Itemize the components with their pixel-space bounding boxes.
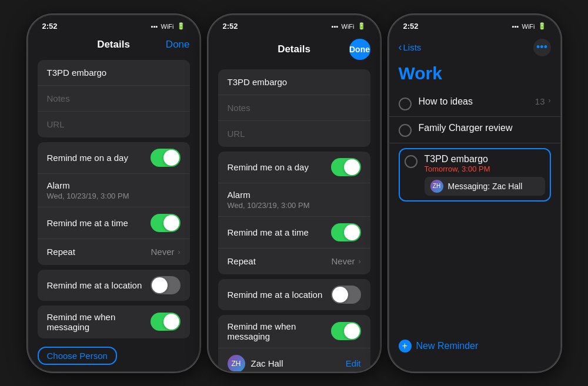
task-section-2: T3PD embargo Notes URL — [218, 69, 370, 147]
location-toggle-2[interactable] — [331, 286, 361, 304]
time-1: 2:52 — [42, 22, 58, 31]
wifi-icon: WiFi — [161, 23, 174, 30]
nav-right-2: Done — [335, 39, 370, 60]
back-button-3[interactable]: ‹ Lists — [399, 41, 422, 53]
reminder-sub-3: Tomorrow, 3:00 PM — [425, 165, 545, 173]
task-name-row-2: T3PD embargo — [218, 69, 370, 95]
repeat-chevron-2: › — [359, 257, 361, 266]
status-bar-1: 2:52 ▪▪▪ WiFi 🔋 — [28, 15, 199, 35]
url-placeholder-1: URL — [47, 119, 65, 129]
remind-day-row-2: Remind me on a day — [218, 152, 370, 183]
repeat-row-2[interactable]: Repeat Never › — [218, 249, 370, 274]
repeat-label-2: Repeat — [228, 256, 332, 266]
remind-time-row-2: Remind me at a time — [218, 217, 370, 249]
status-icons-1: ▪▪▪ WiFi 🔋 — [151, 22, 185, 30]
remind-time-toggle-2[interactable] — [331, 223, 361, 241]
more-icon: ••• — [536, 41, 547, 53]
location-label-1: Remind me at a location — [47, 280, 151, 290]
alarm-label-1: Alarm — [47, 180, 70, 190]
location-toggle-1[interactable] — [151, 276, 181, 294]
url-row-1[interactable]: URL — [38, 112, 190, 137]
wifi-icon-2: WiFi — [342, 23, 355, 30]
done-button-1[interactable]: Done — [166, 39, 190, 51]
signal-icon-2: ▪▪▪ — [332, 23, 339, 30]
new-reminder-button-3[interactable]: + New Reminder — [389, 333, 560, 360]
url-row-2[interactable]: URL — [218, 121, 370, 147]
badge-avatar-3: ZH — [430, 180, 443, 193]
more-button-3[interactable]: ••• — [533, 39, 551, 56]
alarm-label-2: Alarm — [228, 190, 250, 200]
repeat-value-2: Never — [331, 256, 355, 266]
task-name-2: T3PD embargo — [228, 77, 361, 87]
notes-placeholder-1: Notes — [47, 93, 70, 103]
battery-icon-3: 🔋 — [538, 22, 546, 30]
repeat-row-1[interactable]: Repeat Never › — [38, 239, 190, 265]
alarm-row-2[interactable]: Alarm Wed, 10/23/19, 3:00 PM — [218, 183, 370, 217]
remind-section-2: Remind me on a day Alarm Wed, 10/23/19, … — [218, 152, 370, 274]
reminder-highlight-box-3[interactable]: T3PD embargo Tomorrow, 3:00 PM ZH Messag… — [399, 148, 551, 202]
content-3: How to ideas 13 › Family Charger review — [389, 90, 560, 371]
reminder-text-3: T3PD embargo Tomorrow, 3:00 PM ZH Messag… — [425, 154, 545, 196]
messaging-section-1: Remind me when messaging — [38, 306, 190, 338]
edit-button-2[interactable]: Edit — [346, 358, 361, 368]
messaging-section-2: Remind me when messaging ZH Zac Hall Edi… — [218, 315, 370, 371]
status-icons-3: ▪▪▪ WiFi 🔋 — [512, 22, 546, 30]
battery-icon-2: 🔋 — [358, 22, 366, 30]
location-label-2: Remind me at a location — [228, 290, 331, 300]
remind-time-label-1: Remind me at a time — [47, 218, 151, 228]
alarm-value-1: Wed, 10/23/19, 3:00 PM — [47, 192, 129, 200]
reminder-circle-3 — [405, 155, 417, 168]
status-bar-2: 2:52 ▪▪▪ WiFi 🔋 — [209, 15, 380, 35]
alarm-value-2: Wed, 10/23/19, 3:00 PM — [228, 201, 310, 210]
task-section-1: T3PD embargo Notes URL — [38, 60, 190, 137]
task-name-row-1: T3PD embargo — [38, 60, 190, 86]
done-button-2[interactable]: Done — [349, 39, 370, 60]
notes-row-2[interactable]: Notes — [218, 95, 370, 121]
reminder-text-2: Family Charger review — [419, 123, 551, 133]
content-2: T3PD embargo Notes URL Remind me on a da… — [209, 65, 380, 371]
remind-time-label-2: Remind me at a time — [228, 227, 331, 237]
notes-row-1[interactable]: Notes — [38, 86, 190, 112]
location-row-1: Remind me at a location — [38, 270, 190, 301]
status-bar-3: 2:52 ▪▪▪ WiFi 🔋 — [389, 15, 560, 35]
phones-container: 2:52 ▪▪▪ WiFi 🔋 Details Done T3PD embarg… — [15, 2, 573, 384]
repeat-label-1: Repeat — [47, 247, 151, 257]
signal-icon-3: ▪▪▪ — [512, 23, 519, 30]
remind-day-label-1: Remind me on a day — [47, 153, 151, 163]
avatar-2: ZH — [228, 355, 245, 371]
location-section-1: Remind me at a location — [38, 270, 190, 301]
messaging-toggle-1[interactable] — [151, 313, 181, 331]
location-row-2: Remind me at a location — [218, 279, 370, 310]
new-reminder-label-3: New Reminder — [416, 341, 479, 351]
badge-text-3: Messaging: Zac Hall — [448, 182, 523, 191]
remind-day-label-2: Remind me on a day — [228, 162, 331, 172]
nav-title-1: Details — [73, 39, 155, 51]
url-placeholder-2: URL — [228, 129, 245, 139]
reminder-item-2[interactable]: Family Charger review — [389, 117, 560, 143]
location-section-2: Remind me at a location — [218, 279, 370, 310]
reminder-circle-1 — [399, 98, 412, 110]
back-label-3: Lists — [403, 42, 422, 52]
reminders-nav-3: ‹ Lists ••• — [389, 35, 560, 61]
remind-day-toggle-1[interactable] — [151, 149, 181, 167]
reminder-item-1[interactable]: How to ideas 13 › — [389, 90, 560, 117]
phone-1: 2:52 ▪▪▪ WiFi 🔋 Details Done T3PD embarg… — [27, 14, 201, 372]
info-text-1: Selecting this option will show the remi… — [28, 368, 199, 371]
person-row-2: ZH Zac Hall Edit — [218, 348, 370, 371]
remind-time-toggle-1[interactable] — [151, 214, 181, 232]
alarm-row-1[interactable]: Alarm Wed, 10/23/19, 3:00 PM — [38, 174, 190, 207]
phone-3: 2:52 ▪▪▪ WiFi 🔋 ‹ Lists ••• Work — [388, 14, 562, 372]
back-chevron-icon: ‹ — [399, 41, 402, 53]
repeat-chevron-1: › — [178, 248, 181, 256]
messaging-row-2: Remind me when messaging — [218, 315, 370, 348]
nav-right-1: Done — [155, 39, 190, 51]
remind-day-toggle-2[interactable] — [331, 158, 361, 176]
reminder-text-1: How to ideas — [419, 96, 535, 107]
repeat-value-1: Never — [151, 247, 174, 257]
choose-person-button-1[interactable]: Choose Person — [38, 347, 117, 365]
remind-time-row-1: Remind me at a time — [38, 207, 190, 239]
notes-placeholder-2: Notes — [228, 103, 250, 113]
messaging-label-2: Remind me when messaging — [228, 321, 331, 341]
messaging-toggle-2[interactable] — [331, 322, 361, 340]
reminder-circle-2 — [399, 124, 412, 137]
